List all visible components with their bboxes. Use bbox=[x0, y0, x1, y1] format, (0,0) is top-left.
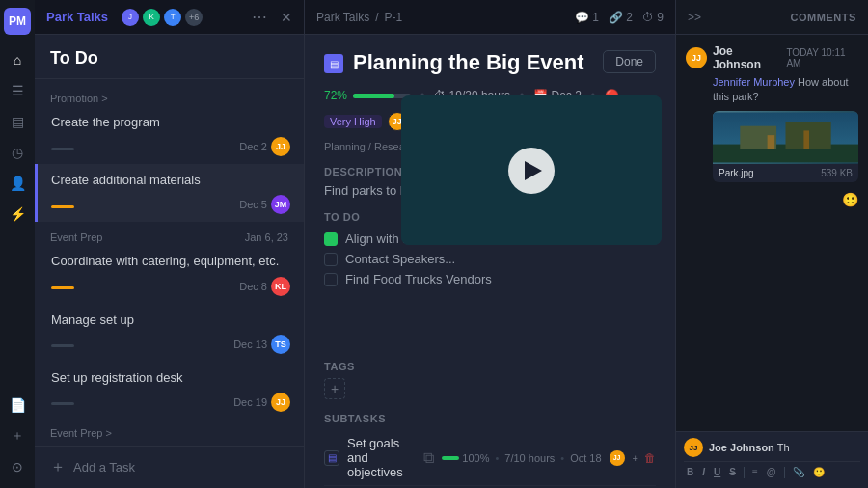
comment-input-row: JJ Joe Johnson Th bbox=[684, 438, 860, 457]
task-item[interactable]: Create additional materials Dec 5 JM bbox=[35, 164, 304, 222]
todo-item: Contact Speakers... bbox=[324, 249, 656, 269]
task-title-main[interactable]: Planning the Big Event bbox=[353, 50, 593, 75]
underline-button[interactable]: U bbox=[711, 465, 723, 479]
subtask-delete-icon[interactable]: 🗑 bbox=[644, 451, 656, 465]
panel-close-icon[interactable]: ✕ bbox=[281, 10, 292, 25]
task-priority-bar bbox=[51, 402, 74, 405]
task-avatar: JM bbox=[271, 195, 290, 214]
task-meta: Dec 13 TS bbox=[51, 335, 290, 354]
subtask-due: Oct 18 bbox=[570, 452, 601, 464]
subtask-item: ▤ Set goals and objectives ⧉ 100% • 7/10… bbox=[324, 430, 656, 486]
toolbar-separator-2 bbox=[784, 467, 785, 478]
emoji-reaction-area: 🙂 bbox=[686, 192, 858, 207]
meta-sep: • bbox=[495, 452, 499, 464]
task-list: Promotion > Create the program Dec 2 JJ … bbox=[35, 79, 304, 446]
sidebar-icon-activity[interactable]: ⚡ bbox=[4, 201, 31, 228]
panel-top-bar: Park Talks J K T +6 ⋯ ✕ bbox=[35, 0, 304, 35]
task-title: Set up registration desk bbox=[51, 369, 290, 387]
task-date: Dec 13 bbox=[233, 339, 267, 350]
subtask-checkbox[interactable]: ▤ bbox=[324, 450, 339, 466]
play-triangle-icon bbox=[525, 161, 542, 180]
emoji-button[interactable]: 🙂 bbox=[810, 465, 827, 479]
subtask-external-link-icon[interactable]: ⧉ bbox=[423, 449, 434, 467]
sidebar-icon-doc[interactable]: 📄 bbox=[4, 392, 31, 419]
emoji-reaction-button[interactable]: 🙂 bbox=[842, 192, 858, 207]
breadcrumb-project[interactable]: Park Talks bbox=[316, 11, 369, 24]
sidebar-icon-team[interactable]: 👤 bbox=[4, 170, 31, 197]
add-task-label: Add a Task bbox=[73, 460, 135, 474]
comment-time: TODAY 10:11 AM bbox=[786, 47, 858, 68]
progress-percent: 72% bbox=[324, 89, 347, 102]
progress-indicator: 72% bbox=[324, 89, 411, 102]
comments-panel: >> COMMENTS JJ Joe Johnson TODAY 10:11 A… bbox=[675, 0, 868, 488]
task-item[interactable]: Create the program Dec 2 JJ bbox=[35, 106, 304, 164]
svg-rect-5 bbox=[803, 130, 809, 149]
todo-text: Find Food Trucks Vendors bbox=[345, 272, 492, 286]
task-header: ▤ Planning the Big Event Done bbox=[324, 50, 656, 75]
task-title: Create additional materials bbox=[51, 172, 290, 189]
task-type-icon: ▤ bbox=[324, 54, 343, 73]
main-content: Park Talks / P-1 💬 1 🔗 2 ⏱ 9 ▤ Planning … bbox=[305, 0, 675, 488]
add-task-bar[interactable]: ＋ Add a Task bbox=[35, 446, 304, 488]
task-priority-bar bbox=[51, 148, 74, 150]
italic-button[interactable]: I bbox=[699, 465, 708, 479]
time-count-icon: ⏱ 9 bbox=[642, 11, 664, 24]
video-area[interactable] bbox=[401, 95, 662, 245]
todo-check-done[interactable] bbox=[324, 232, 338, 246]
breadcrumb-task-id: P-1 bbox=[384, 11, 402, 24]
task-panel-header: To Do bbox=[35, 35, 304, 79]
group-label-promotion: Promotion > bbox=[35, 87, 304, 106]
group-date: Jan 6, 23 bbox=[245, 231, 288, 243]
subtasks-list: ▤ Set goals and objectives ⧉ 100% • 7/10… bbox=[324, 430, 656, 488]
task-date: Dec 2 bbox=[239, 141, 267, 152]
attachment-box[interactable]: Park.jpg 539 KB bbox=[713, 111, 858, 182]
todo-check[interactable] bbox=[324, 253, 338, 266]
strikethrough-button[interactable]: S bbox=[726, 465, 739, 479]
expand-icon[interactable]: >> bbox=[688, 11, 701, 24]
comment-draft-text[interactable]: Joe Johnson Th bbox=[709, 442, 860, 453]
project-avatar-more: +6 bbox=[185, 9, 203, 26]
attachments-count-icon: 🔗 2 bbox=[609, 11, 633, 24]
comment-text: Jennifer Murphey How about this park? bbox=[686, 75, 858, 105]
bold-button[interactable]: B bbox=[684, 465, 696, 479]
sidebar-icon-time[interactable]: ◷ bbox=[4, 139, 31, 166]
task-meta: Dec 2 JJ bbox=[51, 137, 290, 156]
task-date: Dec 8 bbox=[239, 281, 267, 292]
app-logo[interactable]: PM bbox=[4, 8, 31, 35]
sidebar-icon-tasks[interactable]: ▤ bbox=[4, 108, 31, 135]
subtask-title[interactable]: Set goals and objectives bbox=[347, 436, 416, 479]
todo-text: Contact Speakers... bbox=[345, 252, 455, 266]
task-title: Coordinate with catering, equipment, etc… bbox=[51, 253, 290, 270]
task-item[interactable]: Manage set up Dec 13 TS bbox=[35, 304, 304, 362]
task-priority-bar bbox=[51, 344, 74, 347]
task-meta: Dec 19 JJ bbox=[51, 393, 290, 412]
task-panel-title: To Do bbox=[50, 48, 288, 68]
attachment-name: Park.jpg bbox=[719, 168, 754, 178]
done-button[interactable]: Done bbox=[603, 50, 656, 73]
sidebar-icon-menu[interactable]: ☰ bbox=[4, 77, 31, 104]
list-button[interactable]: ≡ bbox=[749, 465, 761, 479]
sidebar-icon-add[interactable]: ＋ bbox=[4, 422, 31, 449]
panel-more-icon[interactable]: ⋯ bbox=[252, 8, 267, 26]
toolbar-separator bbox=[744, 467, 745, 478]
sidebar-icon-home[interactable]: ⌂ bbox=[4, 46, 31, 73]
attachment-button[interactable]: 📎 bbox=[790, 465, 807, 479]
sidebar-icon-search[interactable]: ⊙ bbox=[4, 453, 31, 480]
play-button[interactable] bbox=[508, 148, 555, 194]
task-item[interactable]: Set up registration desk Dec 19 JJ bbox=[35, 362, 304, 420]
task-detail: ▤ Planning the Big Event Done 72% • ⏱ 19… bbox=[305, 35, 675, 488]
project-avatar-1: J bbox=[122, 9, 139, 26]
task-title: Manage set up bbox=[51, 312, 290, 329]
comment-input-area[interactable]: JJ Joe Johnson Th B I U S ≡ @ 📎 🙂 bbox=[676, 431, 868, 488]
add-tag-button[interactable]: + bbox=[324, 378, 345, 399]
task-item[interactable]: Coordinate with catering, equipment, etc… bbox=[35, 245, 304, 303]
todo-check[interactable] bbox=[324, 273, 338, 286]
project-name: Park Talks bbox=[46, 10, 108, 24]
group-label-more: Event Prep > bbox=[35, 420, 304, 441]
subtask-add-assignee-icon[interactable]: + bbox=[633, 452, 638, 464]
meta-sep: • bbox=[560, 452, 564, 464]
project-avatar-2: K bbox=[143, 9, 160, 26]
task-avatar: JJ bbox=[271, 137, 290, 156]
top-icons: 💬 1 🔗 2 ⏱ 9 bbox=[575, 11, 664, 24]
mention-button[interactable]: @ bbox=[764, 465, 779, 479]
